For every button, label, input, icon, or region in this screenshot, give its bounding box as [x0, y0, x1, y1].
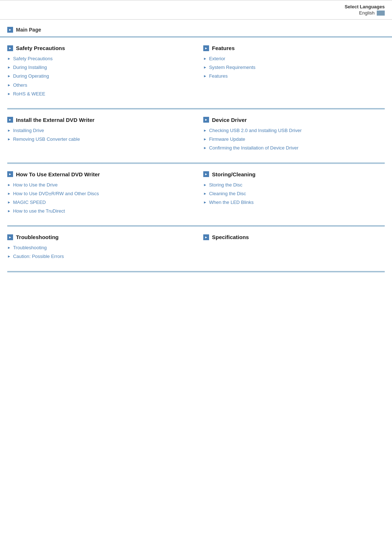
features-title-text: Features — [212, 45, 235, 51]
link-during-installing[interactable]: During Installing — [13, 64, 47, 71]
link-how-to-use-drive[interactable]: How to Use the Drive — [13, 182, 58, 188]
top-bar: Select Languages English — [0, 0, 392, 20]
main-page-header[interactable]: ► Main Page — [0, 23, 392, 36]
section-title-safety[interactable]: ► Safety Precautions — [7, 45, 189, 51]
device-driver-link-list: ► Checking USB 2.0 and Installing USB Dr… — [203, 127, 385, 152]
cell-storing-cleaning: ► Storing/Cleaning ► Storing the Disc ► … — [196, 171, 385, 217]
language-swatch-icon[interactable] — [377, 11, 385, 16]
bullet-icon: ► — [203, 191, 207, 196]
grid-row-3: ► How To Use External DVD Writer ► How t… — [7, 164, 385, 226]
bullet-icon: ► — [203, 56, 207, 61]
list-item: ► Troubleshooting — [7, 245, 189, 251]
bullet-icon: ► — [7, 200, 11, 205]
link-system-requirements[interactable]: System Requirements — [209, 64, 256, 71]
link-storing-disc[interactable]: Storing the Disc — [209, 182, 242, 188]
list-item: ► Caution: Possible Errors — [7, 253, 189, 260]
list-item: ► How to use the TruDirect — [7, 208, 189, 214]
bullet-icon: ► — [203, 182, 207, 188]
cell-install-dvd: ► Install the External DVD Writer ► Inst… — [7, 117, 196, 154]
list-item: ► Exterior — [203, 56, 385, 62]
bullet-icon: ► — [7, 209, 11, 214]
bullet-icon: ► — [203, 200, 207, 205]
features-arrow-icon: ► — [203, 45, 209, 51]
troubleshooting-arrow-icon: ► — [7, 234, 13, 240]
link-removing-usb[interactable]: Removing USB Converter cable — [13, 136, 80, 143]
link-others[interactable]: Others — [13, 82, 27, 89]
install-title-text: Install the External DVD Writer — [16, 117, 94, 123]
bullet-icon: ► — [7, 65, 11, 70]
install-link-list: ► Installing Drive ► Removing USB Conver… — [7, 127, 189, 143]
bullet-icon: ► — [7, 56, 11, 61]
bullet-icon: ► — [203, 74, 207, 79]
list-item: ► During Installing — [7, 64, 189, 71]
bullet-icon: ► — [7, 254, 11, 259]
section-title-device-driver[interactable]: ► Device Driver — [203, 117, 385, 123]
divider-bar-4 — [7, 271, 385, 272]
link-features[interactable]: Features — [209, 73, 228, 79]
grid-row-1: ► Safety Precautions ► Safety Precaution… — [7, 38, 385, 108]
language-selector[interactable]: Select Languages English — [0, 4, 385, 16]
list-item: ► Features — [203, 73, 385, 79]
bullet-icon: ► — [7, 74, 11, 79]
link-checking-usb[interactable]: Checking USB 2.0 and Installing USB Driv… — [209, 127, 302, 134]
bullet-icon: ► — [7, 137, 11, 142]
bullet-icon: ► — [203, 65, 207, 70]
bullet-icon: ► — [7, 91, 11, 97]
link-safety-precautions[interactable]: Safety Precautions — [13, 56, 53, 62]
link-installing-drive[interactable]: Installing Drive — [13, 127, 44, 134]
link-trudirect[interactable]: How to use the TruDirect — [13, 208, 65, 214]
cell-specifications: ► Specifications — [196, 234, 385, 262]
link-firmware-update[interactable]: Firmware Update — [209, 136, 245, 143]
bullet-icon: ► — [7, 191, 11, 196]
link-dvd-rw[interactable]: How to Use DVD±R/RW and Other Discs — [13, 190, 99, 197]
bullet-icon: ► — [7, 182, 11, 188]
install-arrow-icon: ► — [7, 117, 13, 123]
link-rohs-weee[interactable]: RoHS & WEEE — [13, 91, 45, 97]
specifications-arrow-icon: ► — [203, 234, 209, 240]
link-exterior[interactable]: Exterior — [209, 56, 225, 62]
link-magic-speed[interactable]: MAGIC SPEED — [13, 199, 46, 206]
link-confirming-installation[interactable]: Confirming the Installation of Device Dr… — [209, 145, 298, 151]
section-title-features[interactable]: ► Features — [203, 45, 385, 51]
device-driver-title-text: Device Driver — [212, 117, 247, 123]
list-item: ► Firmware Update — [203, 136, 385, 143]
safety-title-text: Safety Precautions — [16, 45, 65, 51]
list-item: ► Cleaning the Disc — [203, 190, 385, 197]
specifications-title-text: Specifications — [212, 234, 249, 240]
link-troubleshooting[interactable]: Troubleshooting — [13, 245, 47, 251]
list-item: ► Installing Drive — [7, 127, 189, 134]
how-to-use-link-list: ► How to Use the Drive ► How to Use DVD±… — [7, 182, 189, 215]
main-page-arrow-icon: ► — [7, 27, 13, 33]
link-cleaning-disc[interactable]: Cleaning the Disc — [209, 190, 246, 197]
cell-how-to-use: ► How To Use External DVD Writer ► How t… — [7, 171, 196, 217]
storing-arrow-icon: ► — [203, 171, 209, 177]
bullet-icon: ► — [203, 145, 207, 151]
how-to-use-arrow-icon: ► — [7, 171, 13, 177]
link-led-blinks[interactable]: When the LED Blinks — [209, 199, 254, 206]
list-item: ► Safety Precautions — [7, 56, 189, 62]
list-item: ► Others — [7, 82, 189, 89]
bullet-icon: ► — [7, 83, 11, 88]
cell-features: ► Features ► Exterior ► System Requireme… — [196, 45, 385, 99]
list-item: ► Removing USB Converter cable — [7, 136, 189, 143]
section-title-specifications[interactable]: ► Specifications — [203, 234, 385, 240]
link-during-operating[interactable]: During Operating — [13, 73, 49, 79]
language-select-label: Select Languages — [0, 4, 385, 9]
list-item: ► How to Use the Drive — [7, 182, 189, 188]
bullet-icon: ► — [203, 128, 207, 133]
list-item: ► MAGIC SPEED — [7, 199, 189, 206]
section-title-storing[interactable]: ► Storing/Cleaning — [203, 171, 385, 177]
bullet-icon: ► — [203, 137, 207, 142]
section-title-install[interactable]: ► Install the External DVD Writer — [7, 117, 189, 123]
troubleshooting-title-text: Troubleshooting — [16, 234, 59, 240]
list-item: ► System Requirements — [203, 64, 385, 71]
storing-link-list: ► Storing the Disc ► Cleaning the Disc ►… — [203, 182, 385, 206]
grid-row-4: ► Troubleshooting ► Troubleshooting ► Ca… — [7, 227, 385, 271]
content-area: ► Safety Precautions ► Safety Precaution… — [0, 38, 392, 272]
cell-troubleshooting: ► Troubleshooting ► Troubleshooting ► Ca… — [7, 234, 196, 262]
link-caution-errors[interactable]: Caution: Possible Errors — [13, 253, 64, 260]
section-title-troubleshooting[interactable]: ► Troubleshooting — [7, 234, 189, 240]
section-title-how-to-use[interactable]: ► How To Use External DVD Writer — [7, 171, 189, 177]
list-item: ► Confirming the Installation of Device … — [203, 145, 385, 151]
safety-link-list: ► Safety Precautions ► During Installing… — [7, 56, 189, 97]
